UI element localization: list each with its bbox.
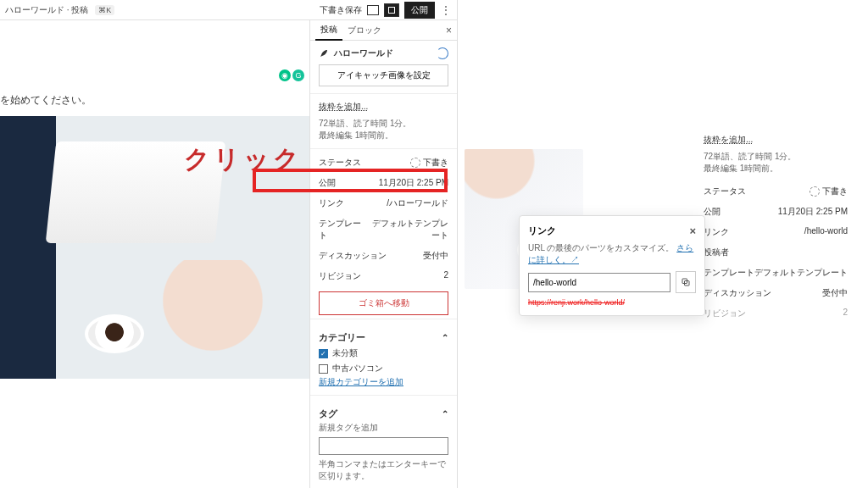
row-link[interactable]: リンク/hello-world (704, 222, 848, 242)
save-draft-button[interactable]: 下書き保存 (320, 4, 362, 16)
feather-icon (319, 48, 329, 58)
add-excerpt-link[interactable]: 抜粋を追加... (704, 134, 848, 146)
close-sidebar-icon[interactable]: × (446, 25, 452, 36)
tags-toggle[interactable]: タグ⌃ (319, 402, 448, 422)
row-revision[interactable]: リビジョン2 (319, 266, 448, 286)
chevron-up-icon: ⌃ (442, 409, 448, 419)
word-stats: 72単語、読了時間 1分。 (319, 118, 448, 130)
row-template[interactable]: テンプレートデフォルトテンプレート (704, 263, 848, 283)
tab-block[interactable]: ブロック (342, 21, 387, 40)
checkbox-icon[interactable] (319, 364, 328, 374)
move-to-trash-button[interactable]: ゴミ箱へ移動 (319, 291, 448, 315)
row-discussion[interactable]: ディスカッション受付中 (704, 283, 848, 303)
categories-toggle[interactable]: カテゴリー⌃ (319, 326, 448, 346)
publish-button[interactable]: 公開 (404, 2, 435, 19)
row-revision[interactable]: リビジョン2 (704, 303, 848, 324)
tag-input[interactable] (319, 437, 448, 455)
row-publish[interactable]: 公開11月20日 2:25 PM (704, 202, 848, 222)
add-category-link[interactable]: 新規カテゴリーを追加 (319, 376, 448, 388)
editor-placeholder[interactable]: を始めてください。 (0, 93, 309, 108)
popover-title: リンク (528, 225, 556, 237)
post-title: ハローワールド (334, 47, 393, 59)
checkbox-icon[interactable]: ✓ (319, 349, 328, 358)
full-url-preview: https://renji.work/hello-world/ (528, 298, 696, 307)
slug-input[interactable] (528, 273, 670, 292)
copy-button[interactable] (676, 271, 696, 293)
popover-help-text: URL の最後のパーツをカスタマイズ。 (528, 243, 674, 252)
refresh-icon[interactable] (437, 47, 448, 59)
row-template[interactable]: テンプレートデフォルトテンプレート (319, 214, 448, 246)
word-stats: 72単語、読了時間 1分。 (704, 151, 848, 163)
close-icon[interactable]: × (689, 225, 696, 237)
set-featured-image-button[interactable]: アイキャッチ画像を設定 (319, 64, 448, 86)
doc-title: ハローワールド · 投稿 (5, 4, 88, 16)
shortcut-hint: ⌘K (95, 5, 114, 15)
badge-icon: ◉ (279, 69, 291, 81)
preview-device-icon[interactable] (367, 5, 379, 15)
annotation-highlight-box (253, 169, 448, 192)
row-link[interactable]: リンク/ハローワールド (319, 193, 448, 214)
row-status[interactable]: ステータス下書き (704, 181, 848, 202)
copy-icon (681, 277, 691, 287)
view-toggle[interactable] (384, 3, 399, 17)
settings-sidebar: 投稿 ブロック × ハローワールド アイキャッチ画像を設定 (309, 20, 457, 488)
badge-icon: G (292, 69, 304, 81)
more-menu-icon[interactable]: ⋮ (440, 3, 452, 17)
link-popover: リンク × URL の最後のパーツをカスタマイズ。 さらに詳しく。↗ https… (519, 215, 705, 316)
category-item[interactable]: 中古パソコン (319, 361, 448, 376)
chevron-up-icon: ⌃ (442, 333, 448, 342)
row-discussion[interactable]: ディスカッション受付中 (319, 246, 448, 266)
sidebar-fragment: 抜粋を追加... 72単語、読了時間 1分。 最終編集 1時間前。 ステータス下… (704, 134, 848, 324)
tab-post[interactable]: 投稿 (315, 20, 342, 41)
last-edit: 最終編集 1時間前。 (704, 163, 848, 175)
row-author[interactable]: 投稿者 (704, 242, 848, 263)
add-excerpt-link[interactable]: 抜粋を追加... (319, 101, 448, 113)
category-item[interactable]: ✓未分類 (319, 346, 448, 361)
tag-add-label: 新規タグを追加 (319, 422, 448, 434)
tag-hint: 半角コンマまたはエンターキーで区切ります。 (319, 458, 448, 482)
last-edit: 最終編集 1時間前。 (319, 130, 448, 141)
